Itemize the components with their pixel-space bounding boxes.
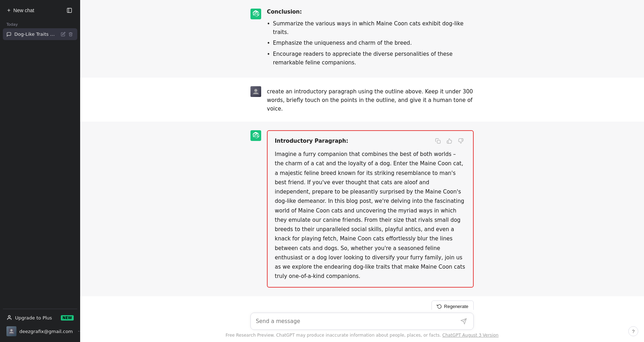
gpt-avatar-2: [250, 130, 261, 141]
chat-bubble-icon: [6, 32, 11, 37]
conclusion-bullets: Summarize the various ways in which Main…: [267, 19, 474, 67]
sidebar-section-today: Today: [3, 19, 77, 28]
assistant-response-title: Introductory Paragraph:: [275, 138, 348, 144]
sidebar-bottom: Upgrade to Plus NEW deezgrafix@gmail.com…: [3, 309, 77, 339]
sidebar-toggle-button[interactable]: [64, 5, 74, 15]
new-chat-button[interactable]: + New chat: [6, 5, 64, 16]
thumbsdown-button[interactable]: [456, 137, 466, 145]
user-avatar-image: [250, 86, 261, 97]
user-message-text: create an introductory paragraph using t…: [267, 86, 474, 113]
conclusion-message: Conclusion: Summarize the various ways i…: [80, 0, 644, 78]
user-message-inner: create an introductory paragraph using t…: [233, 86, 491, 113]
message-input[interactable]: [256, 318, 459, 324]
help-button[interactable]: ?: [628, 326, 638, 336]
thumbsup-button[interactable]: [444, 137, 454, 145]
sidebar-chat-item[interactable]: Dog-Like Traits of Main: [3, 28, 77, 40]
footer-text: Free Research Preview. ChatGPT may produ…: [80, 330, 644, 342]
send-button[interactable]: [459, 317, 468, 326]
new-chat-label: New chat: [13, 8, 34, 13]
assistant-response-body: Imagine a furry companion that combines …: [275, 150, 466, 281]
delete-chat-button[interactable]: [68, 31, 74, 37]
chat-item-actions: [60, 31, 74, 37]
user-profile-item[interactable]: deezgrafix@gmail.com ···: [3, 323, 77, 339]
edit-icon: [61, 32, 65, 36]
user-icon: [6, 315, 12, 321]
bullet-3: Encourage readers to appreciate the dive…: [267, 50, 474, 67]
plus-icon: +: [7, 7, 10, 14]
conclusion-title: Conclusion:: [267, 9, 474, 15]
avatar: [6, 326, 16, 336]
assistant-header: Introductory Paragraph:: [275, 137, 466, 145]
svg-point-2: [8, 316, 10, 317]
sidebar-header: + New chat: [3, 3, 77, 18]
assistant-action-buttons: [433, 137, 466, 145]
edit-chat-button[interactable]: [60, 31, 66, 37]
user-email: deezgrafix@gmail.com: [19, 329, 73, 334]
gpt-logo-icon-2: [252, 132, 259, 139]
regenerate-area: Regenerate: [233, 296, 491, 310]
svg-rect-0: [67, 8, 72, 13]
svg-rect-5: [437, 140, 440, 143]
copy-response-button[interactable]: [433, 137, 443, 145]
send-icon: [460, 318, 467, 324]
chat-item-label: Dog-Like Traits of Main: [14, 31, 57, 37]
bullet-2: Emphasize the uniqueness and charm of th…: [267, 39, 474, 48]
conclusion-content: Conclusion: Summarize the various ways i…: [267, 9, 474, 69]
upgrade-badge: NEW: [61, 315, 74, 321]
main-area: Conclusion: Summarize the various ways i…: [80, 0, 644, 342]
footer-link[interactable]: ChatGPT August 3 Version: [442, 333, 498, 338]
trash-icon: [68, 32, 73, 36]
assistant-message-wrapper: Introductory Paragraph:: [80, 122, 644, 296]
thumbsdown-icon: [458, 138, 464, 144]
gpt-logo-icon: [252, 10, 259, 18]
upgrade-label: Upgrade to Plus: [15, 315, 52, 321]
upgrade-item[interactable]: Upgrade to Plus NEW: [3, 312, 77, 323]
sidebar: + New chat Today Dog-Like Traits of Main: [0, 0, 80, 342]
chat-container[interactable]: Conclusion: Summarize the various ways i…: [80, 0, 644, 310]
regenerate-button[interactable]: Regenerate: [431, 301, 474, 310]
input-wrapper: [233, 313, 491, 330]
copy-icon: [435, 138, 441, 144]
conclusion-inner: Conclusion: Summarize the various ways i…: [233, 9, 491, 69]
sidebar-toggle-icon: [67, 8, 72, 13]
assistant-highlighted-content: Introductory Paragraph:: [267, 130, 474, 288]
regenerate-label: Regenerate: [444, 304, 468, 309]
user-message-avatar: [250, 86, 261, 97]
user-message-wrapper: create an introductory paragraph using t…: [80, 78, 644, 122]
bullet-1: Summarize the various ways in which Main…: [267, 19, 474, 36]
input-area: Free Research Preview. ChatGPT may produ…: [80, 310, 644, 342]
gpt-avatar: [250, 9, 261, 19]
assistant-message-inner: Introductory Paragraph:: [233, 130, 491, 288]
thumbsup-icon: [447, 138, 452, 144]
regenerate-icon: [437, 304, 442, 309]
message-input-container: [250, 313, 474, 330]
